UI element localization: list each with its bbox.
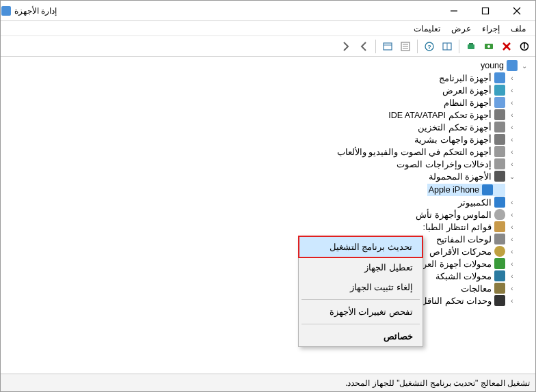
ctx-separator [302, 324, 420, 324]
tree-item[interactable]: ›إدخالات وإخراجات الصوت [395, 158, 518, 170]
ctx-scan-changes[interactable]: تفحص تغييرات الأجهزة [299, 302, 423, 322]
chevron-right-icon[interactable]: › [508, 297, 516, 305]
tree-item[interactable]: ›أجهزه التحكم في الصوت والفيديو والألعاب [336, 145, 518, 158]
device-category-icon [494, 72, 505, 83]
help-icon[interactable]: ? [421, 38, 438, 55]
context-menu: تحديث برنامج التشغيل تعطيل الجهاز إلغاء … [298, 236, 423, 347]
tree-item[interactable]: ›الماوس وأجهزة تأش [414, 208, 518, 221]
update-driver-icon[interactable] [463, 38, 479, 55]
chevron-right-icon[interactable]: › [508, 260, 516, 268]
tree-item-label: الأجهزة المحمولة [429, 171, 492, 182]
tree-item-label: الكمبيوتر [458, 197, 492, 208]
device-tree[interactable]: ⌄ young ›أجهزة البرنامج›أجهزة العرض›أجهز… [1, 57, 535, 373]
tree-item[interactable]: ›أجهزة العرض [441, 84, 518, 96]
tree-item[interactable]: ›الكمبيوتر [457, 196, 518, 208]
maximize-button[interactable] [470, 1, 501, 21]
device-category-icon [494, 158, 505, 169]
chevron-right-icon[interactable]: › [508, 160, 516, 168]
tree-item-label: أجهزه التحكم في الصوت والفيديو والألعاب [337, 147, 492, 157]
tree-item[interactable]: Apple iPhone [427, 184, 505, 196]
tree-item-label: محولات أجهزة العر [423, 259, 492, 269]
ctx-uninstall-device[interactable]: إلغاء تثبيت الجهاز [299, 277, 423, 297]
chevron-down-icon[interactable]: ⌄ [520, 62, 528, 70]
properties-icon[interactable] [397, 38, 414, 55]
device-category-icon [494, 295, 505, 306]
device-category-icon [494, 221, 505, 232]
device-category-icon [494, 85, 505, 96]
tree-root[interactable]: ⌄ young [479, 59, 530, 72]
chevron-right-icon[interactable]: › [508, 248, 516, 255]
chevron-right-icon[interactable]: › [508, 223, 516, 231]
device-category-icon [494, 209, 505, 220]
chevron-right-icon[interactable]: › [508, 111, 516, 119]
tree-item[interactable]: ›قوائم انتظار الطبا: [422, 221, 518, 233]
ctx-disable-device[interactable]: تعطيل الجهاز [299, 257, 423, 277]
svg-rect-4 [384, 43, 392, 50]
scan-hardware-icon[interactable] [481, 38, 497, 55]
chevron-right-icon[interactable]: › [508, 87, 516, 94]
uninstall-icon[interactable] [498, 38, 515, 55]
tree-item[interactable]: ›محركات الأقراص [428, 245, 518, 257]
device-category-icon [494, 134, 505, 145]
show-hidden-icon[interactable] [379, 38, 396, 55]
svg-rect-14 [468, 44, 474, 49]
tree-item-label: الماوس وأجهزة تأش [416, 210, 492, 220]
menu-action[interactable]: إجراء [477, 23, 505, 35]
tree-root-label: young [481, 61, 504, 70]
nav-back-icon[interactable] [356, 38, 372, 55]
toolbar-separator [459, 40, 459, 53]
tree-item-label: أجهزة البرنامج [439, 73, 492, 83]
chevron-right-icon[interactable]: › [508, 124, 516, 131]
menu-view[interactable]: عرض [446, 23, 477, 35]
tree-item[interactable]: ›أجهزة واجهات بشرية [413, 133, 518, 145]
disable-icon[interactable] [516, 38, 533, 55]
chevron-right-icon[interactable]: › [508, 272, 516, 280]
tree-item-label: محركات الأقراص [429, 247, 492, 257]
device-category-icon [494, 270, 505, 281]
device-icon [482, 184, 493, 195]
tree-item-label: أجهزة واجهات بشرية [414, 135, 492, 145]
chevron-right-icon[interactable]: › [508, 136, 516, 143]
close-button[interactable] [501, 1, 533, 21]
device-category-icon [494, 197, 505, 208]
chevron-right-icon[interactable]: › [508, 285, 516, 292]
tree-item[interactable]: ›أجهزة تحكم IDE ATA/ATAPI [387, 109, 518, 121]
tree-item[interactable]: ›أجهزة النظام [442, 96, 518, 109]
tree-item-label: أجهزة تحكم IDE ATA/ATAPI [388, 110, 492, 120]
device-category-icon [494, 146, 505, 157]
chevron-down-icon[interactable]: ⌄ [508, 173, 516, 180]
chevron-right-icon[interactable]: › [508, 211, 516, 219]
svg-rect-15 [469, 43, 473, 44]
device-category-icon [494, 97, 505, 108]
tree-item[interactable]: ›محولات الشبكة [434, 270, 518, 282]
ctx-separator [302, 299, 420, 300]
svg-point-21 [524, 42, 525, 44]
svg-rect-2 [483, 8, 489, 14]
tree-item[interactable]: ›لوحات المفاتيح [435, 233, 518, 245]
app-icon [1, 5, 12, 16]
status-text: تشغيل المعالج "تحديث برنامج التشغيل" للج… [345, 378, 530, 388]
chevron-right-icon[interactable]: › [508, 199, 516, 206]
tree-item[interactable]: ›معالجات [459, 282, 518, 294]
chevron-right-icon[interactable]: › [508, 236, 516, 243]
menu-file[interactable]: ملف [505, 23, 531, 35]
tree-item[interactable]: ⌄الأجهزة المحمولة [427, 170, 518, 182]
device-category-icon [494, 171, 505, 182]
tree-item[interactable]: ›أجهزة تحكم التخزين [416, 121, 518, 133]
device-category-icon [494, 109, 505, 120]
toolbar-separator [375, 40, 376, 53]
window-title: إدارة الأجهزة [14, 6, 57, 16]
device-category-icon [494, 234, 505, 244]
ctx-update-driver[interactable]: تحديث برنامج التشغيل [298, 236, 423, 258]
view-details-icon[interactable] [439, 38, 455, 55]
menu-help[interactable]: تعليمات [408, 23, 446, 35]
ctx-properties[interactable]: خصائص [299, 326, 423, 346]
chevron-right-icon[interactable]: › [508, 74, 516, 82]
toolbar-separator [417, 40, 418, 53]
chevron-right-icon[interactable]: › [508, 99, 516, 107]
chevron-right-icon[interactable]: › [508, 148, 516, 156]
minimize-button[interactable] [438, 1, 470, 21]
tree-item[interactable]: ›محولات أجهزة العر [421, 257, 518, 270]
tree-item[interactable]: ›أجهزة البرنامج [438, 72, 518, 84]
nav-forward-icon[interactable] [338, 38, 354, 55]
